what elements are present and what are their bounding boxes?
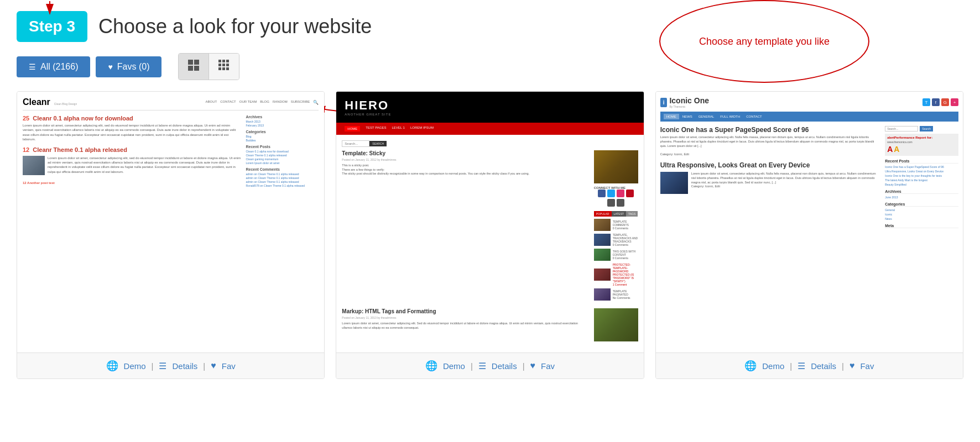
iconic-cat-3: News [885,217,958,220]
favs-label: Favs (0) [117,62,150,72]
instagram-icon: + [951,98,958,106]
details-link-iconic[interactable]: Details [811,361,836,371]
facebook-icon: f [932,98,940,106]
svg-rect-13 [226,64,229,66]
iconic-logo-sub: By Themonic [669,105,709,108]
top-section: Step 3 Choose a look for your website Ch… [0,0,980,48]
template-preview-iconic: i Iconic One By Themonic T f G + [656,92,963,352]
details-label-cleanr: Details [172,361,197,371]
callout-bubble: Choose any template you like [659,0,869,83]
hiero-logo: HIERO [345,98,635,113]
iconic-recent-post-3: Iconic One is the key to your thoughts f… [885,174,958,177]
iconic-archive-1: June 2013 [885,196,958,199]
details-label-hiero: Details [492,361,517,371]
globe-icon-iconic: 🌐 [744,360,757,372]
details-label-iconic: Details [811,361,836,371]
svg-rect-5 [194,60,199,65]
cleanr-logo: Cleanr [23,97,50,107]
all-label: All (2166) [40,62,78,72]
templates-grid: Cleanr Clean Blog Design ABOUTCONTACTOUR… [0,91,980,396]
view-small-button[interactable] [208,54,239,80]
svg-rect-6 [188,66,193,71]
iconic-search-button[interactable]: Search [920,126,933,131]
iconic-categories-title: Categories [885,202,958,207]
iconic-cat-2: Iconic [885,213,958,216]
svg-rect-11 [218,64,221,66]
svg-rect-9 [222,60,225,62]
iconic-search-input[interactable] [885,126,918,131]
demo-link-hiero[interactable]: Demo [443,361,465,371]
twitter-icon: T [922,98,930,106]
callout-text: Choose any template you like [682,30,846,53]
view-toggle [178,53,239,80]
details-link-hiero[interactable]: Details [492,361,517,371]
separator1-iconic: | [790,361,792,371]
separator2-hiero: | [523,361,525,371]
list-icon: ☰ [29,62,36,71]
svg-rect-4 [188,60,193,65]
heart-icon-iconic: ♥ [849,361,855,371]
list-icon-hiero: ☰ [478,361,486,371]
all-button[interactable]: ☰ All (2166) [17,56,90,77]
favs-button[interactable]: ♥ Favs (0) [96,56,161,77]
callout-area: Choose any template you like [659,0,869,83]
iconic-post-text-2: Lorem ipsum dolor sit amet, consectetur … [691,172,881,190]
separator2-iconic: | [842,361,844,371]
template-preview-hiero: HIERO ANOTHER GREAT SITE HOME TEST PAGES… [336,92,643,352]
template-card-hiero: HIERO ANOTHER GREAT SITE HOME TEST PAGES… [336,91,644,379]
heart-icon-hiero: ♥ [530,361,536,371]
hiero-search-input[interactable] [342,140,369,147]
fav-link-cleanr[interactable]: Fav [222,361,236,371]
iconic-social-icons: T f G + [922,98,958,106]
fav-label-iconic: Fav [860,361,874,371]
fav-link-iconic[interactable]: Fav [860,361,874,371]
demo-link-cleanr[interactable]: Demo [124,361,146,371]
hiero-tagline: ANOTHER GREAT SITE [345,113,635,116]
iconic-post2-img [660,172,688,194]
globe-icon-hiero: 🌐 [425,360,437,372]
separator1-cleanr: | [152,361,154,371]
demo-label-iconic: Demo [762,361,784,371]
hiero-search-button[interactable]: SEARCH [369,141,387,146]
iconic-recent-post-1: Iconic One has a Super PageSpeed Score o… [885,165,958,169]
globe-icon-cleanr: 🌐 [106,360,118,372]
template-actions-iconic: 🌐 Demo | ☰ Details | ♥ Fav [656,352,963,378]
template-actions-hiero: 🌐 Demo | ☰ Details | ♥ Fav [336,352,643,378]
cleanr-nav: ABOUTCONTACTOUR TEAMBLOGRANDOMSUBSCRIBE … [205,100,319,105]
svg-rect-10 [226,60,229,62]
svg-rect-7 [194,66,199,71]
demo-label-hiero: Demo [443,361,465,371]
iconic-sidebar-box: alertPerformance Report for: www.themoni… [885,134,958,156]
grid-small-icon [218,59,230,71]
svg-rect-15 [222,67,225,70]
step-badge: Step 3 [17,11,87,42]
iconic-logo-box: i [660,98,668,107]
iconic-meta-title: Meta [885,224,958,228]
details-link-cleanr[interactable]: Details [172,361,197,371]
list-icon-cleanr: ☰ [159,361,166,371]
view-large-button[interactable] [179,54,208,80]
iconic-post-title-2: Ultra Responsive, Looks Great on Every D… [660,161,881,169]
iconic-cat-1: General [885,208,958,212]
demo-link-iconic[interactable]: Demo [762,361,784,371]
iconic-logo-text: Iconic One [669,96,709,105]
svg-rect-14 [218,67,221,70]
separator1-hiero: | [471,361,473,371]
iconic-recent-post-2: Ultra Responsive, Looks Great on Every D… [885,170,958,173]
iconic-post-text-1: Lorem ipsum dolor sit amet, consectetur … [660,135,881,156]
hiero-post-1: Template: Sticky Posted on January 11, 2… [342,150,638,303]
hiero-post-2: Markup: HTML Tags and Formatting Posted … [342,308,638,341]
fav-label-cleanr: Fav [222,361,236,371]
fav-link-hiero[interactable]: Fav [541,361,555,371]
iconic-post-title-1: Iconic One has a Super PageSpeed Score o… [660,126,881,134]
iconic-recent-post-5: Beauty Simplified [885,183,958,186]
iconic-recent-post-4: The latest Andy Mart is the longest [885,178,958,182]
svg-rect-16 [226,67,229,70]
fav-label-hiero: Fav [541,361,555,371]
page-title: Choose a look for your website [98,15,372,38]
heart-icon: ♥ [108,62,112,71]
demo-label-cleanr: Demo [124,361,146,371]
svg-rect-8 [218,60,221,62]
template-preview-cleanr: Cleanr Clean Blog Design ABOUTCONTACTOUR… [17,92,324,352]
iconic-archives-title: Archives [885,190,958,194]
